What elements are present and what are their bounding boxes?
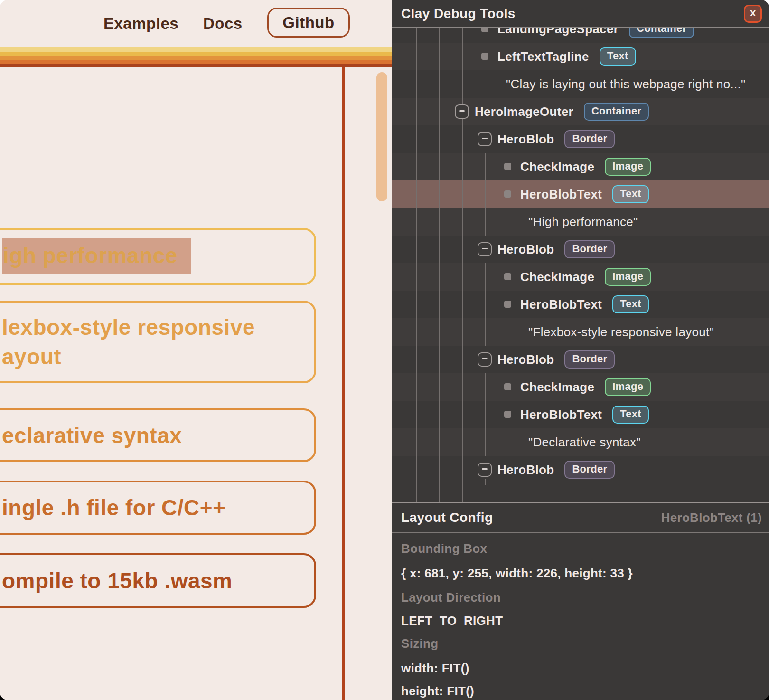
top-navbar: Examples Docs Github [0, 0, 392, 47]
element-type-badge: Text [612, 185, 649, 203]
element-name: HeroBlobText [520, 407, 602, 422]
tree-text-preview-row: "High performance" [392, 208, 769, 236]
collapse-toggle-icon[interactable] [478, 352, 492, 367]
collapse-toggle-icon[interactable] [478, 242, 492, 256]
layout-config-header: Layout Config HeroBlobText (1) [392, 502, 769, 533]
column-divider-line [342, 67, 345, 700]
feature-text: ayout [2, 342, 314, 371]
feature-text: lexbox-style responsive [2, 312, 314, 342]
tree-element-row[interactable]: HeroBlobTextText [392, 180, 769, 208]
config-value: { x: 681, y: 255, width: 226, height: 33… [401, 564, 633, 583]
config-section-label: Layout Direction [401, 588, 501, 607]
config-section-label: Bounding Box [401, 539, 487, 558]
text-content-preview: "Clay is laying out this webpage right n… [506, 77, 746, 92]
element-name: CheckImage [520, 160, 594, 174]
leaf-bullet-icon [481, 53, 488, 60]
clay-debug-panel: Clay Debug Tools x LandingPageSpacerCont… [392, 0, 769, 700]
element-type-badge: Text [612, 406, 649, 424]
debug-panel-header: Clay Debug Tools x [392, 0, 769, 28]
nav-link-docs[interactable]: Docs [203, 0, 243, 47]
element-type-badge: Border [564, 350, 615, 369]
element-name: HeroBlob [497, 352, 554, 367]
element-type-badge: Border [564, 130, 615, 148]
page-scrollbar-thumb[interactable] [376, 72, 387, 201]
leaf-bullet-icon [504, 273, 511, 280]
tree-guide-line [485, 479, 486, 485]
element-type-badge: Image [605, 158, 651, 176]
element-type-badge: Text [612, 295, 649, 313]
clay-website: Examples Docs Github igh performancelexb… [0, 0, 392, 700]
element-type-badge: Border [564, 461, 615, 479]
layout-config-body: Bounding Box{ x: 681, y: 255, width: 226… [401, 533, 769, 700]
tree-element-row[interactable]: LeftTextTaglineText [392, 43, 769, 70]
tree-element-row[interactable]: CheckImageImage [392, 153, 769, 180]
config-value: width: FIT() [401, 659, 469, 678]
nav-link-examples[interactable]: Examples [103, 0, 178, 47]
feature-box: lexbox-style responsiveayout [0, 301, 316, 383]
collapse-toggle-icon[interactable] [478, 463, 492, 477]
selected-element-label: HeroBlobText (1) [661, 511, 762, 525]
element-name: CheckImage [520, 270, 594, 284]
github-button[interactable]: Github [267, 8, 350, 38]
tree-guide-line [439, 28, 440, 502]
layout-config-title: Layout Config [401, 510, 493, 525]
tree-guide-line [485, 373, 486, 456]
tree-element-row[interactable]: HeroBlobTextText [392, 291, 769, 318]
text-content-preview: "Declarative syntax" [528, 435, 641, 450]
tree-element-row[interactable]: LandingPageSpacerContainer [392, 28, 769, 43]
feature-box: ompile to 15kb .wasm [0, 553, 316, 608]
collapse-toggle-icon[interactable] [478, 132, 492, 146]
config-section-label: Sizing [401, 634, 438, 653]
tree-element-row[interactable]: CheckImageImage [392, 373, 769, 401]
text-content-preview: "Flexbox-style responsive layout" [528, 325, 714, 340]
leaf-bullet-icon [481, 28, 488, 32]
config-value: LEFT_TO_RIGHT [401, 611, 503, 630]
tree-guide-line [394, 28, 394, 502]
tree-element-row[interactable]: HeroBlobBorder [392, 346, 769, 373]
element-type-badge: Image [605, 268, 651, 286]
leaf-bullet-icon [504, 301, 511, 308]
tree-guide-line [485, 263, 486, 346]
tree-text-preview-row: "Clay is laying out this webpage right n… [392, 70, 769, 98]
feature-text: eclarative syntax [2, 421, 314, 450]
leaf-bullet-icon [504, 383, 511, 390]
tree-text-preview-row: "Flexbox-style responsive layout" [392, 318, 769, 346]
app-window: Examples Docs Github igh performancelexb… [0, 0, 769, 700]
feature-text: ingle .h file for C/C++ [2, 493, 314, 522]
element-name: HeroBlob [497, 463, 554, 477]
feature-text: ompile to 15kb .wasm [2, 566, 314, 596]
tree-element-row[interactable]: HeroBlobBorder [392, 236, 769, 263]
config-value: height: FIT() [401, 681, 474, 700]
element-type-badge: Text [600, 47, 636, 66]
collapse-toggle-icon[interactable] [455, 104, 469, 119]
tree-element-row[interactable]: HeroImageOuterContainer [392, 98, 769, 125]
feature-box: eclarative syntax [0, 408, 316, 462]
leaf-bullet-icon [504, 411, 511, 418]
tree-element-row[interactable]: CheckImageImage [392, 263, 769, 291]
tree-guide-line [462, 28, 463, 502]
text-content-preview: "High performance" [528, 215, 638, 229]
tree-element-row[interactable]: HeroBlobBorder [392, 456, 769, 483]
tree-guide-line [416, 28, 417, 502]
close-button[interactable]: x [744, 5, 762, 23]
element-name: HeroImageOuter [475, 104, 573, 119]
element-name: HeroBlob [497, 242, 554, 257]
debug-panel-title: Clay Debug Tools [401, 0, 516, 27]
element-tree: LandingPageSpacerContainerLeftTextTaglin… [392, 28, 769, 502]
tree-text-preview-row: "Declarative syntax" [392, 428, 769, 456]
element-name: CheckImage [520, 380, 594, 395]
leaf-bullet-icon [504, 190, 511, 198]
tree-element-row[interactable]: HeroBlobBorder [392, 125, 769, 153]
element-type-badge: Border [564, 240, 615, 258]
element-type-badge: Image [605, 378, 651, 396]
gradient-stripe-banner [0, 47, 392, 67]
element-type-badge: Container [629, 28, 694, 38]
feature-text-selected: igh performance [2, 238, 191, 274]
tree-element-row[interactable]: HeroBlobTextText [392, 401, 769, 428]
hero-content-area: igh performancelexbox-style responsiveay… [0, 67, 392, 700]
element-type-badge: Container [584, 103, 649, 121]
element-name: HeroBlobText [520, 187, 602, 202]
element-name: LeftTextTagline [497, 49, 589, 64]
element-name: HeroBlobText [520, 297, 602, 312]
feature-box: ingle .h file for C/C++ [0, 481, 316, 535]
